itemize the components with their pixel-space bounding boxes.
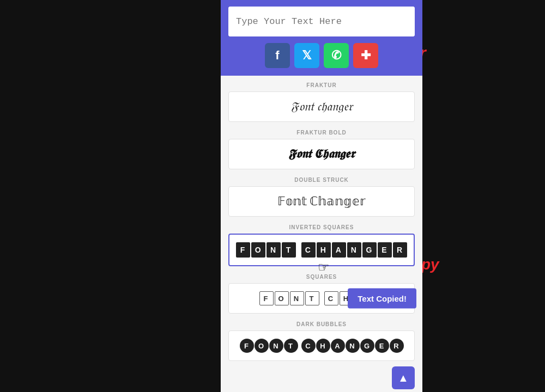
- facebook-icon: f: [275, 48, 279, 63]
- font-group-double-struck: DOUBLE STRUCK 𝔽𝕠𝕟𝕥 ℂ𝕙𝕒𝕟𝕘𝕖𝕣: [221, 173, 422, 220]
- bub-space: [299, 339, 301, 353]
- bub-char-f: F: [240, 339, 254, 353]
- whatsapp-icon: ✆: [331, 48, 341, 63]
- font-label-double-struck: DOUBLE STRUCK: [228, 177, 415, 183]
- font-group-fraktur-bold: FRAKTUR BOLD 𝕱𝖔𝖓𝖙 𝕮𝖍𝖆𝖓𝖌𝖊𝖗: [221, 125, 422, 173]
- font-label-fraktur: FRAKTUR: [228, 82, 415, 88]
- font-text-inverted-squares: F O N T C H A N G E R: [236, 242, 407, 258]
- addthis-icon: ✚: [361, 48, 371, 63]
- bub-char-g: G: [360, 339, 374, 353]
- font-box-dark-bubbles[interactable]: F O N T C H A N G E R: [228, 330, 415, 361]
- text-input-wrapper: [228, 7, 415, 36]
- facebook-share-button[interactable]: f: [265, 43, 290, 68]
- bub-char-a: A: [331, 339, 345, 353]
- font-box-squares[interactable]: F O N T C H A N Text Copied!: [228, 283, 415, 314]
- font-box-fraktur[interactable]: 𝔉𝔬𝔫𝔱 𝔠𝔥𝔞𝔫𝔤𝔢𝔯: [228, 91, 415, 122]
- social-icons-bar: f 𝕏 ✆ ✚: [228, 43, 415, 68]
- twitter-share-button[interactable]: 𝕏: [294, 43, 319, 68]
- sq-char-t: T: [305, 291, 319, 305]
- inv-char-f: F: [236, 242, 250, 258]
- inv-char-n: N: [347, 242, 361, 258]
- cursor-hand-icon: ☞: [318, 260, 330, 275]
- font-group-fraktur: FRAKTUR 𝔉𝔬𝔫𝔱 𝔠𝔥𝔞𝔫𝔤𝔢𝔯: [221, 78, 422, 125]
- bub-char-r: R: [390, 339, 404, 353]
- bub-char-t: T: [284, 339, 298, 353]
- inv-char-g: G: [362, 242, 377, 258]
- sq-char-o: O: [275, 291, 289, 305]
- sq-space: [320, 291, 323, 305]
- font-box-inverted-squares[interactable]: F O N T C H A N G E R ☞: [228, 234, 415, 266]
- font-text-double-struck: 𝔽𝕠𝕟𝕥 ℂ𝕙𝕒𝕟𝕘𝕖𝕣: [277, 194, 366, 208]
- bub-char-n: N: [269, 339, 283, 353]
- font-box-double-struck[interactable]: 𝔽𝕠𝕟𝕥 ℂ𝕙𝕒𝕟𝕘𝕖𝕣: [228, 186, 415, 217]
- bub-char-n: N: [346, 339, 360, 353]
- bub-char-e: E: [375, 339, 389, 353]
- inv-space: [297, 242, 300, 258]
- bub-char-h: H: [316, 339, 330, 353]
- text-input[interactable]: [228, 7, 415, 36]
- inv-char-c: C: [301, 242, 316, 258]
- app-container: f 𝕏 ✆ ✚ FRAKTUR 𝔉𝔬𝔫𝔱 𝔠𝔥𝔞𝔫𝔤𝔢𝔯 FRAKTUR BO: [221, 0, 422, 392]
- scroll-top-button[interactable]: ▲: [392, 366, 415, 389]
- copied-tooltip: Text Copied!: [348, 289, 416, 309]
- font-group-squares: SQUARES F O N T C H A N Text Copied!: [221, 270, 422, 317]
- font-group-inverted-squares: INVERTED SQUARES F O N T C H A N G E R ☞: [221, 220, 422, 270]
- font-label-dark-bubbles: DARK BUBBLES: [228, 321, 415, 327]
- inv-char-t: T: [282, 242, 296, 258]
- font-text-dark-bubbles: F O N T C H A N G E R: [235, 339, 408, 353]
- inv-char-a: A: [332, 242, 346, 258]
- bub-char-c: C: [301, 339, 316, 353]
- addthis-share-button[interactable]: ✚: [353, 43, 378, 68]
- whatsapp-share-button[interactable]: ✆: [324, 43, 349, 68]
- bub-char-o: O: [255, 339, 269, 353]
- font-text-fraktur: 𝔉𝔬𝔫𝔱 𝔠𝔥𝔞𝔫𝔤𝔢𝔯: [290, 100, 353, 113]
- header-section: f 𝕏 ✆ ✚: [221, 0, 422, 76]
- font-box-fraktur-bold[interactable]: 𝕱𝖔𝖓𝖙 𝕮𝖍𝖆𝖓𝖌𝖊𝖗: [228, 139, 415, 169]
- font-group-dark-bubbles: DARK BUBBLES F O N T C H A N G E R: [221, 317, 422, 364]
- sq-char-c: C: [324, 291, 338, 305]
- inv-char-e: E: [378, 242, 392, 258]
- twitter-icon: 𝕏: [302, 48, 312, 63]
- inv-char-r: R: [393, 242, 407, 258]
- sq-char-n: N: [290, 291, 304, 305]
- inv-char-n: N: [267, 242, 281, 258]
- font-label-fraktur-bold: FRAKTUR BOLD: [228, 130, 415, 136]
- inv-char-o: O: [251, 242, 265, 258]
- font-label-inverted-squares: INVERTED SQUARES: [228, 224, 415, 230]
- fonts-section: FRAKTUR 𝔉𝔬𝔫𝔱 𝔠𝔥𝔞𝔫𝔤𝔢𝔯 FRAKTUR BOLD 𝕱𝖔𝖓𝖙 𝕮…: [221, 76, 422, 392]
- sq-char-f: F: [259, 291, 274, 305]
- font-text-fraktur-bold: 𝕱𝖔𝖓𝖙 𝕮𝖍𝖆𝖓𝖌𝖊𝖗: [288, 147, 355, 161]
- inv-char-h: H: [317, 242, 331, 258]
